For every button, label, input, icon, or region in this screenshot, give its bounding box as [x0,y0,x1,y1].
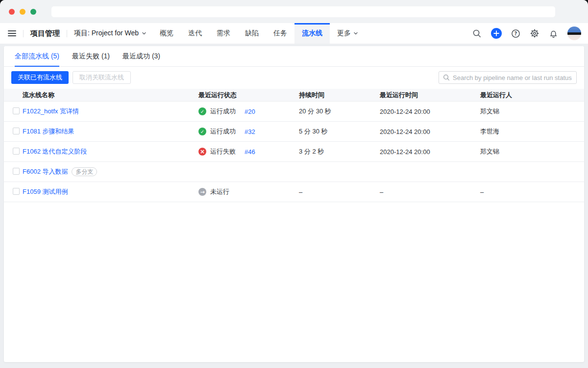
chevron-down-icon [353,31,358,36]
table-row: F1022_hotfx 宽详情 ✓ 运行成功 #20 20 分 30 秒 202… [4,102,584,122]
divider [23,30,24,37]
nav-tab-label: 任务 [273,29,287,38]
nav-tab-label: 流水线 [302,29,322,38]
duration-cell: 3 分 2 秒 [299,147,380,156]
content-card: 全部流水线 (5)最近失败 (1)最近成功 (3) 关联已有流水线 取消关联流水… [4,46,584,362]
address-bar[interactable] [51,6,555,17]
duration-cell: – [299,188,380,196]
column-header: 最近运行状态 [198,91,299,100]
multi-branch-badge: 多分支 [72,167,97,176]
minimize-window-button[interactable] [20,9,25,15]
last-run-time-cell: 2020-12-24 20:00 [380,148,480,156]
app-header: 项目管理 项目: Project for Web 概览迭代需求缺陷任务流水线更多… [0,23,588,44]
pipeline-name-link[interactable]: F1062 迭代自定义阶段 [23,147,87,156]
status-icon: ✓ [198,107,206,115]
table-row: F1062 迭代自定义阶段 × 运行失败 #46 3 分 2 秒 2020-12… [4,142,584,162]
status-label: 运行成功 [210,107,236,116]
table-row: F6002 导入数据 多分支 [4,162,584,182]
table-header: 流水线名称最近运行状态持续时间最近运行时间最近运行人 [4,89,584,102]
help-icon[interactable]: ? [511,29,520,38]
table-body: F1022_hotfx 宽详情 ✓ 运行成功 #20 20 分 30 秒 202… [4,102,584,202]
row-checkbox[interactable] [13,168,20,175]
divider [67,30,67,37]
browser-window: 项目管理 项目: Project for Web 概览迭代需求缺陷任务流水线更多… [0,0,588,368]
project-selector[interactable]: 项目: Project for Web [74,29,147,38]
last-run-time-cell: 2020-12-24 20:00 [380,128,480,135]
toolbar: 关联已有流水线 取消关联流水线 [4,67,584,84]
notifications-bell-icon[interactable] [549,29,558,38]
duration-cell: 5 分 30 秒 [299,127,380,136]
column-header: 流水线名称 [23,91,198,100]
pipeline-tab-1[interactable]: 全部流水线 (5) [15,46,59,66]
last-runner-cell: 郑文锦 [480,147,584,156]
row-checkbox[interactable] [13,107,20,114]
nav-tab-label: 更多 [337,29,351,38]
create-button[interactable] [491,28,502,39]
build-number-link[interactable]: #46 [245,148,255,156]
pipeline-name-link[interactable]: F1081 步骤和结果 [23,127,74,136]
pipeline-search[interactable] [439,71,577,84]
plus-icon [493,30,499,36]
nav-tab-label: 迭代 [188,29,202,38]
unlink-pipeline-button[interactable]: 取消关联流水线 [73,71,131,84]
status-icon: × [198,148,206,156]
nav-tab-5[interactable]: 任务 [266,23,294,44]
chevron-down-icon [142,31,147,36]
nav-tab-3[interactable]: 需求 [209,23,238,44]
row-checkbox[interactable] [13,128,20,134]
status-icon: → [198,188,206,196]
pipeline-name-link[interactable]: F1059 测试用例 [23,187,68,196]
nav-tab-label: 缺陷 [245,29,259,38]
last-run-time-cell: 2020-12-24 20:00 [380,108,480,115]
nav-tab-2[interactable]: 迭代 [181,23,209,44]
status-label: 运行失败 [210,147,236,156]
traffic-lights [9,9,36,15]
row-checkbox[interactable] [13,188,20,195]
status-label: 未运行 [210,187,229,196]
build-number-link[interactable]: #32 [245,128,255,135]
pipeline-search-input[interactable] [453,74,572,81]
settings-gear-icon[interactable] [530,28,539,38]
last-runner-cell: – [480,188,584,196]
pipeline-tab-3[interactable]: 最近成功 (3) [122,46,160,66]
app-title: 项目管理 [30,23,60,44]
status-label: 运行成功 [210,127,236,136]
zoom-window-button[interactable] [30,9,36,15]
table-row: F1059 测试用例 → 未运行 – – – [4,182,584,202]
nav-tab-7[interactable]: 更多 [330,23,366,44]
column-header: 持续时间 [299,91,380,100]
pipeline-tab-2[interactable]: 最近失败 (1) [72,46,110,66]
pipeline-name-link[interactable]: F1022_hotfx 宽详情 [23,107,79,116]
search-icon [443,74,450,81]
last-runner-cell: 郑文锦 [480,107,584,116]
pipeline-name-link[interactable]: F6002 导入数据 [23,167,68,176]
nav-tab-label: 需求 [217,29,230,38]
duration-cell: 20 分 30 秒 [299,107,380,116]
header-actions: ? [472,23,588,44]
svg-text:?: ? [514,31,517,36]
status-icon: ✓ [198,128,206,135]
window-chrome [0,0,588,23]
nav-tab-1[interactable]: 概览 [152,23,181,44]
table-row: F1081 步骤和结果 ✓ 运行成功 #32 5 分 30 秒 2020-12-… [4,122,584,142]
column-header: 最近运行时间 [380,91,480,100]
column-header: 最近运行人 [480,91,584,100]
project-selector-label: 项目: Project for Web [74,29,139,38]
main-nav: 概览迭代需求缺陷任务流水线更多 [152,23,366,44]
nav-tab-label: 概览 [160,29,173,38]
row-checkbox[interactable] [13,148,20,155]
last-runner-cell: 李世海 [480,127,584,136]
menu-icon[interactable] [8,30,16,36]
pipeline-tabs: 全部流水线 (5)最近失败 (1)最近成功 (3) [4,46,584,67]
build-number-link[interactable]: #20 [245,108,255,115]
link-existing-pipeline-button[interactable]: 关联已有流水线 [11,71,69,84]
nav-tab-4[interactable]: 缺陷 [238,23,266,44]
last-run-time-cell: – [380,188,480,196]
search-icon[interactable] [472,29,482,38]
avatar[interactable] [567,26,581,40]
close-window-button[interactable] [9,9,15,15]
nav-tab-6[interactable]: 流水线 [294,23,330,44]
